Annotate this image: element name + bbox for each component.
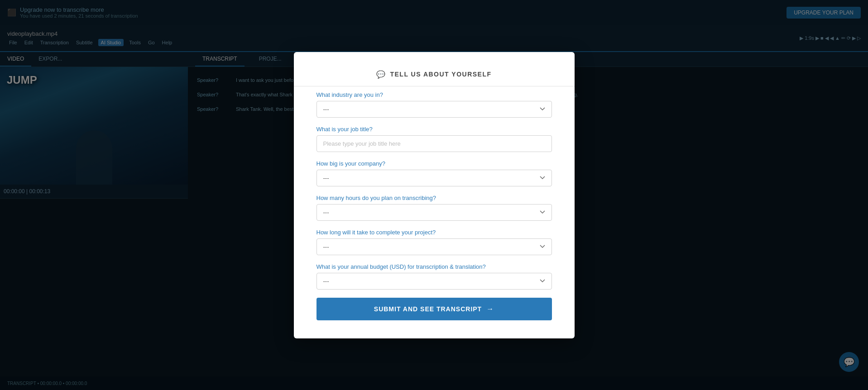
project-duration-label: How long will it take to complete your p… [317,229,552,236]
company-size-select[interactable]: --- [317,170,552,186]
company-size-label: How big is your company? [317,160,552,167]
transcribing-hours-select[interactable]: --- [317,204,552,221]
project-duration-field-group: How long will it take to complete your p… [317,229,552,255]
modal-header-icon: 💬 [376,70,385,79]
modal-header: 💬 TELL US ABOUT YOURSELF [317,70,552,79]
company-size-field-group: How big is your company? --- [317,160,552,186]
modal-overlay: 💬 TELL US ABOUT YOURSELF What industry a… [0,0,868,390]
annual-budget-label: What is your annual budget (USD) for tra… [317,263,552,270]
modal-divider [294,86,575,86]
industry-field-group: What industry are you in? --- [317,91,552,118]
submit-arrow-icon: → [486,305,494,313]
industry-select[interactable]: --- [317,101,552,118]
submit-button[interactable]: SUBMIT AND SEE TRANSCRIPT → [317,298,552,320]
transcribing-hours-field-group: How many hours do you plan on transcribi… [317,195,552,221]
job-title-input[interactable] [317,135,552,152]
industry-label: What industry are you in? [317,91,552,98]
annual-budget-field-group: What is your annual budget (USD) for tra… [317,263,552,290]
annual-budget-select[interactable]: --- [317,273,552,290]
project-duration-select[interactable]: --- [317,238,552,255]
job-title-label: What is your job title? [317,126,552,133]
job-title-field-group: What is your job title? [317,126,552,152]
submit-button-label: SUBMIT AND SEE TRANSCRIPT [374,305,482,313]
transcribing-hours-label: How many hours do you plan on transcribi… [317,195,552,201]
modal-title: TELL US ABOUT YOURSELF [390,71,491,78]
modal-dialog: 💬 TELL US ABOUT YOURSELF What industry a… [294,52,575,338]
